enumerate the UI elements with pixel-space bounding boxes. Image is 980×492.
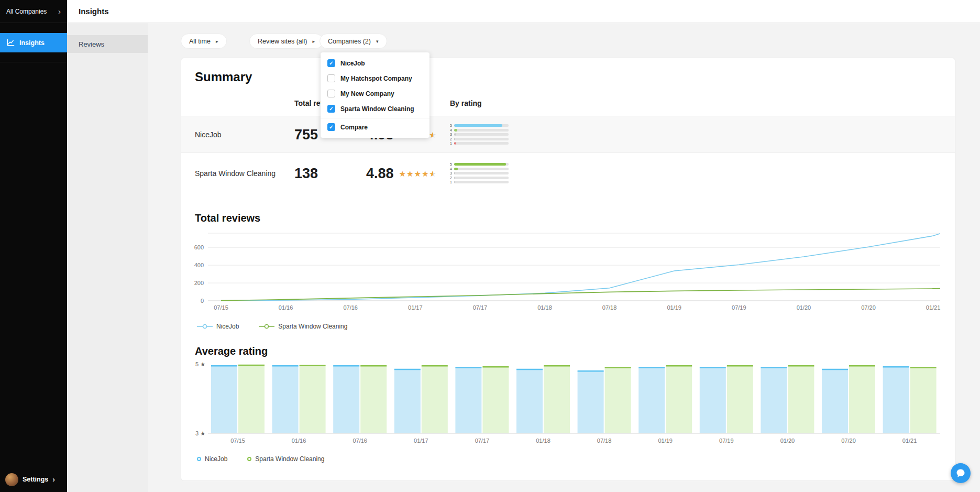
settings-label: Settings <box>23 476 48 483</box>
svg-text:400: 400 <box>194 262 204 268</box>
dropdown-option-my-hatchspot-company[interactable]: My Hatchspot Company <box>321 71 430 86</box>
svg-text:07/15: 07/15 <box>230 438 245 444</box>
svg-text:07/19: 07/19 <box>719 438 734 444</box>
svg-text:01/20: 01/20 <box>780 438 795 444</box>
rating-bar-label: 3 <box>448 171 452 175</box>
rating-bar-label: 2 <box>448 137 452 141</box>
dropdown-option-sparta-window-cleaning[interactable]: ✓Sparta Window Cleaning <box>321 101 430 116</box>
summary-row-sparta-window-cleaning: Sparta Window Cleaning1384.88★★★★★★★★★★5… <box>181 152 955 193</box>
svg-text:07/20: 07/20 <box>861 304 876 311</box>
page-title: Insights <box>79 7 109 16</box>
filter-review-sites-label: Review sites (all) <box>258 38 307 45</box>
app-root: All Companies › Insights Settings › Insi… <box>0 0 980 492</box>
subnav-item-reviews[interactable]: Reviews <box>67 35 148 53</box>
by-rating-bars: 54321 <box>448 162 509 185</box>
svg-text:07/17: 07/17 <box>473 304 488 311</box>
top-bar: Insights <box>67 0 980 23</box>
svg-text:07/16: 07/16 <box>343 304 358 311</box>
legend-item-sparta-window-cleaning[interactable]: Sparta Window Cleaning <box>247 455 324 463</box>
subnav-item-label: Reviews <box>79 40 104 48</box>
chevron-right-icon: ▸ <box>216 39 218 44</box>
checkbox-unchecked-icon[interactable] <box>327 74 335 82</box>
svg-text:07/16: 07/16 <box>353 438 367 444</box>
insights-card: Summary Total reviews Average rating By … <box>181 58 955 481</box>
settings-button[interactable]: Settings › <box>0 467 67 492</box>
checkbox-checked-icon[interactable]: ✓ <box>327 123 335 131</box>
checkbox-checked-icon[interactable]: ✓ <box>327 105 335 113</box>
total-reviews-section-title: Total reviews <box>195 212 260 224</box>
legend-item-sparta-window-cleaning[interactable]: Sparta Window Cleaning <box>259 323 347 330</box>
svg-text:01/19: 01/19 <box>667 304 681 311</box>
secondary-sidebar: Reviews <box>67 23 148 492</box>
svg-text:01/21: 01/21 <box>926 304 941 311</box>
chat-launcher-button[interactable] <box>951 463 971 483</box>
legend-item-nicejob[interactable]: NiceJob <box>197 323 239 330</box>
average-rating-section-title: Average rating <box>195 345 268 357</box>
main-sidebar: All Companies › Insights Settings › <box>0 0 67 492</box>
companies-dropdown-menu: ✓NiceJobMy Hatchspot CompanyMy New Compa… <box>321 52 430 138</box>
rating-bar-track <box>454 168 509 170</box>
dropdown-option-compare[interactable]: ✓Compare <box>321 118 430 135</box>
rating-bar-label: 4 <box>448 128 452 132</box>
legend-item-nicejob[interactable]: NiceJob <box>197 455 227 463</box>
average-rating-cell: 4.88★★★★★★★★★★ <box>366 165 437 181</box>
filter-time-button[interactable]: All time ▸ <box>181 34 227 49</box>
sidebar-divider <box>0 62 67 62</box>
svg-text:0: 0 <box>201 298 204 304</box>
rating-bar-label: 1 <box>448 141 452 145</box>
svg-text:5 ★: 5 ★ <box>195 361 205 367</box>
total-reviews-line-chart: 020040060007/1501/1607/1601/1707/1701/18… <box>184 230 943 315</box>
company-name: Sparta Window Cleaning <box>195 169 276 178</box>
rating-bar-track <box>454 163 509 166</box>
company-switcher[interactable]: All Companies › <box>0 0 67 23</box>
dropdown-option-my-new-company[interactable]: My New Company <box>321 86 430 101</box>
dropdown-option-label: My Hatchspot Company <box>340 75 412 82</box>
chevron-down-icon: ▾ <box>376 39 379 44</box>
svg-text:01/16: 01/16 <box>279 304 293 311</box>
svg-text:01/20: 01/20 <box>797 304 811 311</box>
line-chart-legend: NiceJobSparta Window Cleaning <box>197 323 347 330</box>
dropdown-option-label: My New Company <box>340 90 394 97</box>
svg-text:07/18: 07/18 <box>597 438 612 444</box>
dropdown-option-label: NiceJob <box>340 60 365 67</box>
summary-title: Summary <box>195 70 252 84</box>
svg-text:01/18: 01/18 <box>536 438 550 444</box>
rating-bar-track <box>454 177 509 179</box>
legend-circle-marker-icon <box>197 457 201 461</box>
svg-text:07/18: 07/18 <box>602 304 617 311</box>
rating-bar-label: 5 <box>448 162 452 166</box>
svg-text:600: 600 <box>194 244 204 250</box>
svg-text:07/20: 07/20 <box>841 438 856 444</box>
dropdown-option-label: Sparta Window Cleaning <box>340 105 414 113</box>
avatar <box>5 473 18 486</box>
average-rating-bar-chart: 5 ★3 ★07/1501/1607/1601/1707/1701/1807/1… <box>184 358 943 450</box>
checkbox-checked-icon[interactable]: ✓ <box>327 59 335 67</box>
rating-bar-label: 5 <box>448 124 452 127</box>
rating-bar-label: 3 <box>448 133 452 136</box>
total-reviews-value: 755 <box>294 126 318 143</box>
svg-text:07/15: 07/15 <box>214 304 228 311</box>
filter-review-sites-button[interactable]: Review sites (all) ▸ <box>249 34 323 49</box>
checkbox-unchecked-icon[interactable] <box>327 90 335 97</box>
chat-bubble-icon <box>955 468 966 478</box>
legend-label: NiceJob <box>205 455 227 463</box>
svg-text:01/17: 01/17 <box>414 438 428 444</box>
sidebar-item-insights[interactable]: Insights <box>0 33 67 52</box>
chevron-right-icon: › <box>58 7 61 16</box>
legend-label: NiceJob <box>216 323 239 330</box>
dropdown-option-nicejob[interactable]: ✓NiceJob <box>321 56 430 71</box>
star-rating-icon: ★★★★★★★★★★ <box>399 169 437 177</box>
legend-circle-marker-icon <box>247 457 251 461</box>
svg-text:01/19: 01/19 <box>658 438 673 444</box>
rating-bar-label: 4 <box>448 167 452 171</box>
total-reviews-value: 138 <box>294 165 318 181</box>
rating-bar-track <box>454 142 509 145</box>
svg-text:01/21: 01/21 <box>902 438 917 444</box>
bar-chart-legend: NiceJobSparta Window Cleaning <box>197 455 324 463</box>
company-switcher-label: All Companies <box>6 8 47 15</box>
filter-companies-button[interactable]: Companies (2) ▾ <box>320 34 387 49</box>
column-header-by-rating: By rating <box>450 99 482 107</box>
legend-label: Sparta Window Cleaning <box>255 455 324 463</box>
chevron-right-icon: ▸ <box>312 39 315 44</box>
company-name: NiceJob <box>195 130 222 139</box>
